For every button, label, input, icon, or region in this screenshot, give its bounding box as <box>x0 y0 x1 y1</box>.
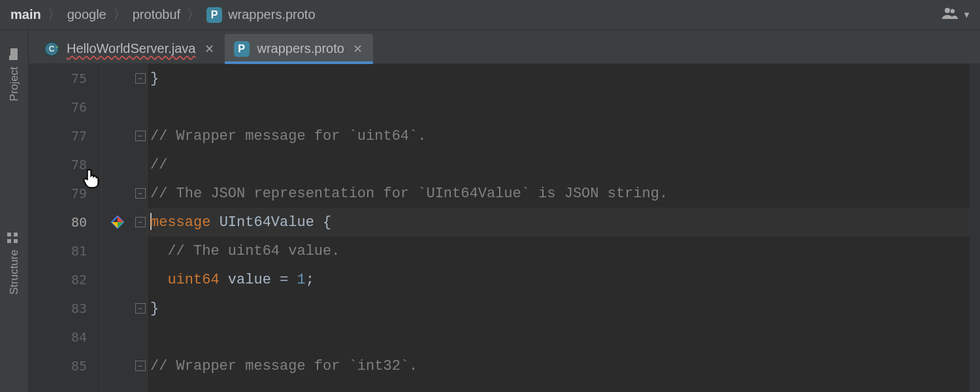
code-line[interactable]: // The JSON representation for `UInt64Va… <box>148 186 668 202</box>
line-number[interactable]: 84 <box>29 329 101 345</box>
chevron-right-icon: 〉 <box>186 6 201 24</box>
icon-gutter[interactable] <box>102 64 133 392</box>
fold-toggle-icon[interactable]: − <box>135 73 146 84</box>
fold-toggle-icon[interactable]: − <box>135 361 146 371</box>
chevron-right-icon: 〉 <box>46 6 62 24</box>
breadcrumb-seg-0[interactable]: main <box>8 6 44 24</box>
java-class-icon: C <box>44 42 59 56</box>
line-number[interactable]: 80 <box>29 214 101 230</box>
code-line[interactable]: } <box>148 71 159 87</box>
svg-point-0 <box>945 8 950 13</box>
svg-point-1 <box>951 9 955 13</box>
svg-marker-12 <box>112 222 118 228</box>
breadcrumb-seg-1[interactable]: google <box>65 6 109 24</box>
svg-rect-3 <box>7 233 11 237</box>
code-line[interactable]: // <box>148 157 167 173</box>
svg-rect-4 <box>14 239 18 243</box>
code-line[interactable]: // The uint64 value. <box>148 243 340 259</box>
proto-file-icon: P <box>234 41 250 57</box>
line-number[interactable]: 81 <box>29 243 101 259</box>
tab-label: HelloWorldServer.java <box>67 41 196 56</box>
fold-gutter[interactable]: −−−−−− <box>133 64 148 392</box>
svg-marker-11 <box>118 222 123 228</box>
users-icon[interactable] <box>941 7 958 23</box>
code-line[interactable]: } <box>148 301 159 317</box>
close-icon[interactable]: ✕ <box>352 43 364 55</box>
chevron-down-icon[interactable]: ▼ <box>962 10 971 20</box>
line-number[interactable]: 75 <box>29 71 101 86</box>
editor-tab-wrappers[interactable]: P wrappers.proto ✕ <box>225 34 373 63</box>
editor-tab-hello[interactable]: C HelloWorldServer.java ✕ <box>35 34 225 63</box>
line-number[interactable]: 83 <box>29 301 101 316</box>
svg-rect-2 <box>7 239 11 243</box>
code-line[interactable]: // Wrapper message for `uint64`. <box>148 128 426 144</box>
fold-toggle-icon[interactable]: − <box>135 188 146 199</box>
line-number-gutter[interactable]: 7576777879808182838485 <box>29 64 102 392</box>
code-editor[interactable]: 7576777879808182838485 −−−−−− }// Wrappe… <box>29 64 980 392</box>
chevron-right-icon: 〉 <box>112 6 127 24</box>
svg-marker-10 <box>118 216 123 222</box>
breadcrumb-file-name: wrappers.proto <box>228 7 315 22</box>
svg-rect-5 <box>14 233 18 237</box>
line-number[interactable]: 85 <box>29 358 101 374</box>
folder-icon <box>7 48 21 60</box>
line-number[interactable]: 77 <box>29 128 101 144</box>
navigate-icon[interactable] <box>110 215 125 229</box>
tool-sidebar: Project Structure marks <box>0 30 29 392</box>
svg-text:C: C <box>49 44 55 54</box>
sidebar-tool-project[interactable]: Project <box>7 48 21 101</box>
line-number[interactable]: 78 <box>29 157 101 172</box>
proto-file-icon: P <box>206 7 222 23</box>
code-line[interactable]: message UInt64Value { <box>148 213 331 232</box>
breadcrumb-seg-2[interactable]: protobuf <box>130 6 183 24</box>
close-icon[interactable]: ✕ <box>204 43 216 55</box>
tab-label: wrappers.proto <box>257 41 344 56</box>
code-line[interactable]: // Wrapper message for `int32`. <box>148 358 417 374</box>
breadcrumb-file[interactable]: P wrappers.proto <box>204 6 318 24</box>
scrollbar-overview[interactable] <box>970 64 980 392</box>
fold-toggle-icon[interactable]: − <box>135 131 146 141</box>
line-number[interactable]: 76 <box>29 99 101 115</box>
code-line[interactable]: uint64 value = 1; <box>148 272 314 288</box>
fold-toggle-icon[interactable]: − <box>135 303 146 314</box>
code-area[interactable]: }// Wrapper message for `uint64`.//// Th… <box>148 64 980 392</box>
line-number[interactable]: 79 <box>29 186 101 201</box>
navigation-bar: main 〉 google 〉 protobuf 〉 P wrappers.pr… <box>0 0 980 30</box>
structure-icon <box>7 233 21 243</box>
sidebar-tool-label: Structure <box>8 250 21 295</box>
line-number[interactable]: 82 <box>29 272 101 287</box>
sidebar-tool-structure[interactable]: Structure <box>7 233 21 295</box>
fold-toggle-icon[interactable]: − <box>135 217 146 227</box>
breadcrumb[interactable]: main 〉 google 〉 protobuf 〉 P wrappers.pr… <box>8 6 318 24</box>
sidebar-tool-label: Project <box>8 67 21 101</box>
editor-tabstrip: C HelloWorldServer.java ✕ P wrappers.pro… <box>29 30 980 64</box>
